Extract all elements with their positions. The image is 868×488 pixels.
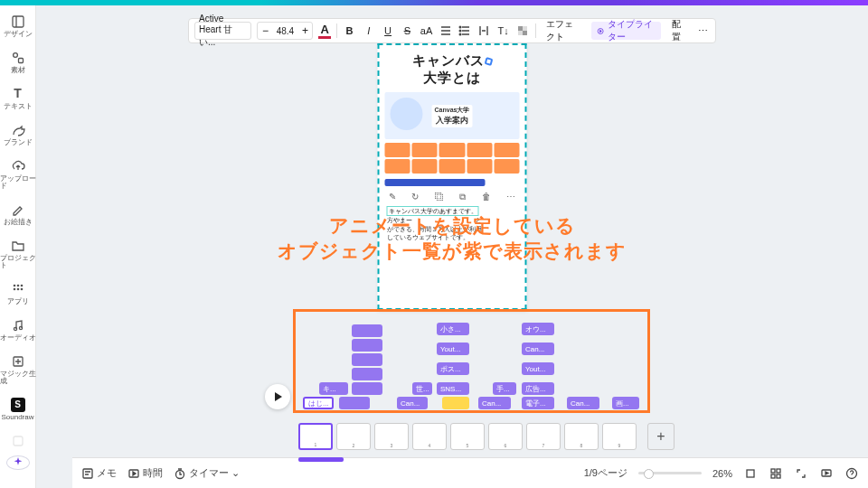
typewriter-button[interactable]: タイプライター: [591, 22, 660, 40]
blue-bar: [385, 179, 486, 186]
timeline-chip[interactable]: Can...: [522, 343, 554, 355]
page-duration-bar[interactable]: [298, 457, 344, 462]
sidebar-item-upload[interactable]: アップロード: [0, 154, 36, 195]
svg-rect-0: [13, 16, 24, 27]
timeline-chip[interactable]: [442, 397, 469, 409]
hero-image[interactable]: Canvas大学入学案内: [385, 92, 520, 139]
timeline-chip[interactable]: SNS...: [437, 382, 469, 395]
timeline-chip[interactable]: [352, 353, 382, 366]
strike-button[interactable]: S: [401, 22, 414, 40]
sidebar-label: プロジェクト: [0, 255, 36, 269]
timeline-chip[interactable]: 広告...: [522, 382, 554, 395]
page-thumb-7[interactable]: 7: [526, 423, 561, 450]
view-single-button[interactable]: [743, 466, 758, 481]
page-thumb-1[interactable]: 1: [298, 423, 333, 450]
font-size-stepper[interactable]: − 48.4 +: [257, 22, 313, 40]
timeline-chip[interactable]: Can...: [567, 397, 599, 409]
sidebar-item-brand[interactable]: ブランド: [0, 117, 36, 152]
page-thumb-5[interactable]: 5: [450, 423, 485, 450]
timeline-chip[interactable]: [352, 324, 382, 337]
timeline-chip[interactable]: 電子...: [522, 397, 554, 409]
transparency-button[interactable]: [515, 22, 529, 40]
page-thumb-3[interactable]: 3: [374, 423, 409, 450]
timer-label: タイマー: [189, 466, 229, 480]
wand-icon[interactable]: ✎: [389, 192, 396, 202]
timeline-chip[interactable]: はじ...: [303, 397, 334, 409]
page-thumb-9[interactable]: 9: [602, 423, 637, 450]
toolbar-more[interactable]: ⋯: [696, 22, 710, 40]
sidebar-item-more[interactable]: [0, 428, 36, 454]
audio-icon: [11, 318, 25, 333]
timeline-chip[interactable]: Yout...: [522, 362, 554, 375]
page-thumb-8[interactable]: 8: [564, 423, 599, 450]
timeline-chip[interactable]: 世...: [412, 382, 432, 395]
timeline-grid[interactable]: はじ...キ...Can...世...SNS...ポス...Yout...小さ.…: [299, 315, 644, 407]
timeline-chip[interactable]: 画...: [612, 397, 639, 409]
ai-button[interactable]: [6, 455, 30, 470]
size-minus[interactable]: −: [258, 24, 272, 37]
toolbar-separator: [535, 23, 536, 38]
timeline-chip[interactable]: 小さ...: [437, 323, 469, 335]
present-button[interactable]: [819, 466, 834, 481]
position-button[interactable]: 配置: [666, 22, 691, 40]
sidebar-item-soundraw[interactable]: S Soundraw: [0, 392, 36, 427]
vertical-text-button[interactable]: T↓: [496, 22, 510, 40]
sidebar-item-audio[interactable]: オーディオ: [0, 313, 36, 347]
soundraw-icon: S: [11, 398, 25, 412]
timeline-chip[interactable]: Yout...: [437, 343, 469, 355]
sidebar-item-magic[interactable]: マジック生成: [0, 349, 36, 390]
text-color-button[interactable]: A: [318, 23, 331, 39]
canvas-page[interactable]: キャンバス 大学とは Canvas大学入学案内 ✎ ↻ ⿻ ⧉ 🗑 ⋯ キャンパ…: [378, 43, 527, 310]
sidebar-item-text[interactable]: T テキスト: [0, 81, 36, 116]
timeline-chip[interactable]: キ...: [319, 382, 348, 395]
font-picker[interactable]: Active Heart 甘い...: [194, 22, 251, 40]
timeline-chip[interactable]: Can...: [397, 397, 428, 409]
align-button[interactable]: [439, 22, 452, 40]
page-thumb-2[interactable]: 2: [336, 423, 371, 450]
sidebar-item-draw[interactable]: お絵描き: [0, 197, 36, 231]
fullscreen-button[interactable]: [794, 466, 808, 481]
sidebar-item-projects[interactable]: プロジェクト: [0, 233, 36, 275]
transparency-icon: [516, 24, 529, 37]
timeline-chip[interactable]: Can...: [478, 397, 511, 409]
timeline-chip[interactable]: [352, 339, 382, 352]
page-thumb-4[interactable]: 4: [412, 423, 447, 450]
spacing-button[interactable]: [477, 22, 491, 40]
notes-button[interactable]: メモ: [81, 466, 117, 480]
timer-button[interactable]: タイマー ⌄: [174, 466, 240, 480]
sidebar-item-design[interactable]: デザイン: [0, 9, 36, 43]
timeline-chip[interactable]: ポス...: [437, 362, 469, 375]
page-title[interactable]: キャンバス 大学とは: [380, 52, 525, 87]
zoom-slider[interactable]: [638, 472, 702, 474]
page-thumb-6[interactable]: 6: [488, 423, 523, 450]
view-grid-button[interactable]: [769, 466, 783, 481]
underline-button[interactable]: U: [381, 22, 394, 40]
timeline-chip[interactable]: [352, 382, 382, 395]
copy-icon[interactable]: ⿻: [435, 192, 444, 202]
italic-button[interactable]: I: [362, 22, 375, 40]
case-button[interactable]: aA: [420, 22, 433, 40]
svg-point-4: [16, 285, 19, 287]
add-page-button[interactable]: +: [647, 423, 675, 450]
sidebar-item-elements[interactable]: 素材: [0, 45, 36, 80]
help-button[interactable]: [844, 466, 859, 481]
duration-button[interactable]: 時間: [127, 466, 163, 480]
bold-button[interactable]: B: [343, 22, 356, 40]
more-icon[interactable]: ⋯: [506, 192, 515, 202]
trash-icon[interactable]: 🗑: [482, 192, 491, 202]
list-button[interactable]: [458, 22, 472, 40]
timeline-chip[interactable]: 手...: [493, 382, 516, 395]
sidebar-item-apps[interactable]: アプリ: [0, 277, 36, 311]
refresh-icon[interactable]: ↻: [411, 192, 419, 202]
timeline-chip[interactable]: [339, 397, 370, 409]
timeline-chip[interactable]: [352, 368, 382, 380]
timeline-play-button[interactable]: [265, 384, 290, 409]
size-plus[interactable]: +: [297, 24, 312, 37]
zoom-value: 26%: [712, 468, 732, 479]
effect-button[interactable]: エフェクト: [541, 22, 586, 40]
duplicate-icon[interactable]: ⧉: [459, 192, 466, 202]
page-icon-row: ✎ ↻ ⿻ ⧉ 🗑 ⋯: [389, 192, 516, 202]
size-value[interactable]: 48.4: [272, 26, 297, 36]
timeline-chip[interactable]: オウ...: [522, 323, 554, 335]
annotation-overlay: アニメートを設定している オブジェクト一覧が紫で表示されます: [278, 213, 627, 265]
